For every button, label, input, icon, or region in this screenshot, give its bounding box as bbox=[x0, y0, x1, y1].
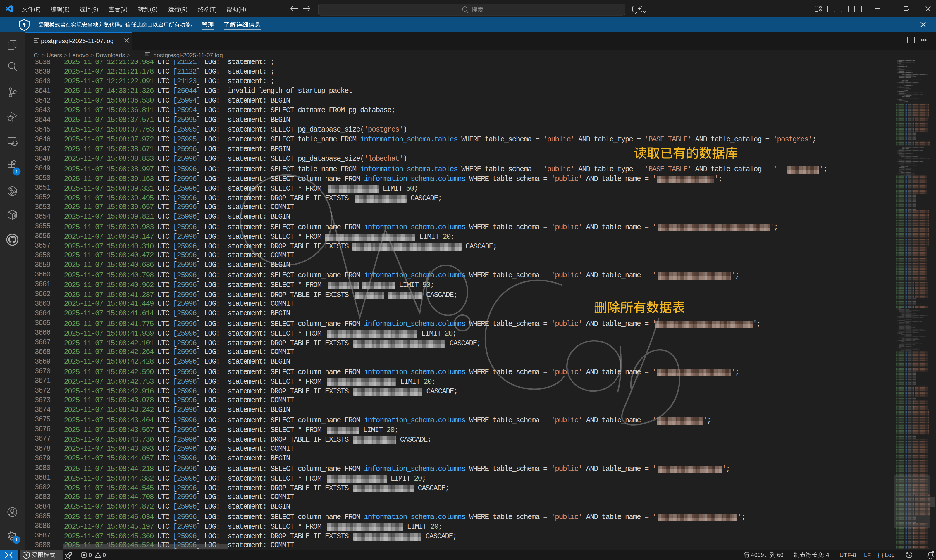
svg-text:1: 1 bbox=[15, 537, 17, 542]
svg-text:1: 1 bbox=[15, 169, 18, 174]
svg-text:{ } Log: { } Log bbox=[878, 552, 895, 558]
svg-text:LF: LF bbox=[864, 552, 871, 558]
svg-text:UTF-8: UTF-8 bbox=[839, 552, 856, 558]
svg-text:0: 0 bbox=[89, 552, 92, 558]
svg-text:0: 0 bbox=[103, 552, 106, 558]
